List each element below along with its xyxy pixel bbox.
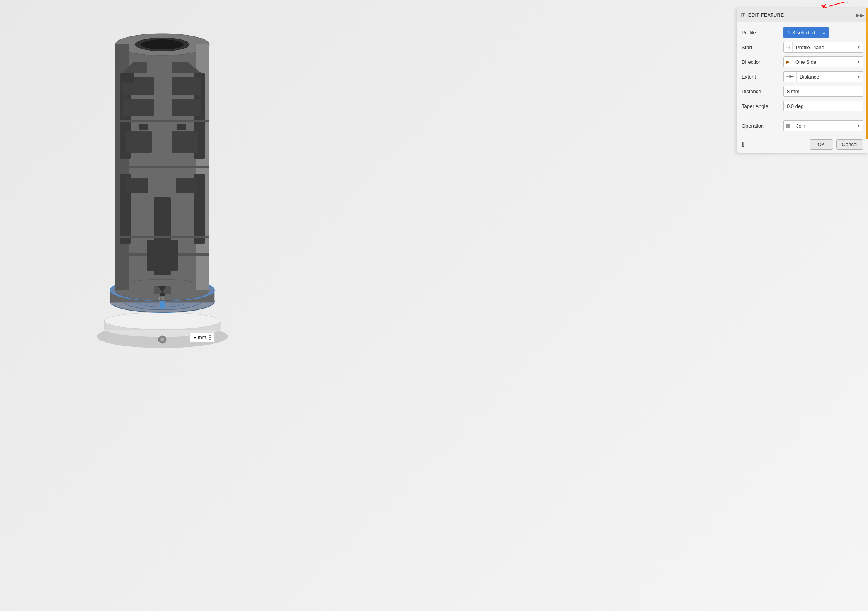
operation-icon: ▦ bbox=[784, 121, 793, 131]
cancel-button[interactable]: Cancel bbox=[836, 139, 863, 150]
start-arrow-icon: ▼ bbox=[854, 45, 863, 49]
direction-icon: ▶ bbox=[784, 57, 792, 67]
dimension-menu[interactable] bbox=[209, 335, 211, 340]
svg-rect-38 bbox=[115, 120, 209, 122]
direction-row: Direction ▶ One Side ▼ bbox=[737, 55, 868, 69]
viewport: ✕ —— bbox=[0, 0, 868, 611]
taper-angle-control bbox=[783, 101, 863, 111]
profile-clear-button[interactable]: × bbox=[819, 27, 829, 38]
extent-row: Extent ⊣⊢ Distance ▼ bbox=[737, 69, 868, 84]
profile-selected-button[interactable]: ↖ 3 selected bbox=[783, 27, 819, 38]
start-dropdown[interactable]: ⊣ Profile Plane ▼ bbox=[783, 42, 863, 53]
direction-arrow-icon: ▼ bbox=[854, 60, 863, 64]
operation-value: Join bbox=[793, 123, 854, 129]
svg-point-3 bbox=[104, 312, 220, 329]
svg-rect-26 bbox=[123, 99, 154, 116]
svg-rect-29 bbox=[126, 131, 152, 153]
distance-label: Distance bbox=[742, 89, 780, 94]
extent-icon: ⊣⊢ bbox=[784, 72, 797, 82]
ok-button[interactable]: OK bbox=[810, 139, 833, 150]
panel-body: Profile ↖ 3 selected × Start ⊣ bbox=[737, 22, 868, 136]
operation-dropdown[interactable]: ▦ Join ▼ bbox=[783, 120, 863, 131]
svg-rect-36 bbox=[139, 124, 148, 130]
operation-row: Operation ▦ Join ▼ bbox=[737, 118, 868, 133]
svg-rect-37 bbox=[177, 124, 186, 130]
side-accent-bar bbox=[866, 8, 868, 139]
direction-value: One Side bbox=[792, 59, 854, 65]
taper-angle-row: Taper Angle bbox=[737, 99, 868, 113]
model-3d: 840 bbox=[58, 12, 271, 360]
direction-dropdown[interactable]: ▶ One Side ▼ bbox=[783, 56, 863, 67]
start-value: Profile Plane bbox=[793, 44, 854, 50]
svg-rect-28 bbox=[172, 99, 201, 116]
extent-arrow-icon: ▼ bbox=[854, 75, 863, 79]
svg-rect-32 bbox=[176, 178, 198, 193]
direction-label: Direction bbox=[742, 59, 780, 65]
cursor-icon: ↖ bbox=[787, 30, 791, 35]
extent-control: ⊣⊢ Distance ▼ bbox=[783, 71, 863, 82]
edit-feature-panel: ⊞ EDIT FEATURE ▶▶ Profile ↖ 3 selected × bbox=[737, 8, 868, 153]
operation-control: ▦ Join ▼ bbox=[783, 120, 863, 131]
start-row: Start ⊣ Profile Plane ▼ bbox=[737, 40, 868, 55]
svg-rect-31 bbox=[126, 178, 148, 193]
info-button[interactable]: ℹ bbox=[742, 141, 744, 148]
dimension-label: 8 mm bbox=[189, 333, 215, 342]
svg-rect-30 bbox=[172, 131, 198, 153]
distance-input[interactable] bbox=[783, 86, 863, 97]
svg-point-16 bbox=[141, 39, 184, 49]
extent-value: Distance bbox=[797, 74, 854, 80]
svg-point-45 bbox=[160, 338, 164, 341]
operation-label: Operation bbox=[742, 123, 780, 129]
svg-text:840: 840 bbox=[158, 297, 164, 300]
profile-selected-text: 3 selected bbox=[792, 30, 815, 36]
clear-icon: × bbox=[822, 30, 825, 36]
start-icon: ⊣ bbox=[784, 42, 793, 52]
panel-header: ⊞ EDIT FEATURE ▶▶ bbox=[737, 8, 868, 22]
panel-title: EDIT FEATURE bbox=[748, 12, 784, 18]
svg-rect-42 bbox=[147, 240, 178, 271]
taper-angle-label: Taper Angle bbox=[742, 103, 780, 109]
svg-rect-40 bbox=[115, 236, 209, 238]
operation-arrow-icon: ▼ bbox=[854, 124, 863, 128]
svg-rect-12 bbox=[160, 304, 165, 308]
dimension-value: 8 mm bbox=[194, 335, 206, 340]
svg-rect-39 bbox=[115, 166, 209, 168]
profile-row: Profile ↖ 3 selected × bbox=[737, 25, 868, 40]
distance-control bbox=[783, 86, 863, 97]
drag-handle-icon[interactable]: ⊞ bbox=[741, 11, 746, 19]
panel-header-left: ⊞ EDIT FEATURE bbox=[741, 11, 784, 19]
start-label: Start bbox=[742, 44, 780, 50]
profile-label: Profile bbox=[742, 30, 780, 36]
taper-angle-input[interactable] bbox=[783, 101, 863, 111]
panel-expand-button[interactable]: ▶▶ bbox=[856, 12, 864, 18]
profile-control: ↖ 3 selected × bbox=[783, 27, 863, 38]
panel-footer: ℹ OK Cancel bbox=[737, 136, 868, 153]
extent-label: Extent bbox=[742, 74, 780, 80]
start-control: ⊣ Profile Plane ▼ bbox=[783, 42, 863, 53]
svg-rect-47 bbox=[160, 293, 165, 296]
distance-row: Distance bbox=[737, 84, 868, 99]
svg-rect-27 bbox=[172, 77, 201, 95]
extent-dropdown[interactable]: ⊣⊢ Distance ▼ bbox=[783, 71, 863, 82]
direction-control: ▶ One Side ▼ bbox=[783, 56, 863, 67]
svg-marker-34 bbox=[123, 73, 134, 83]
separator bbox=[737, 116, 868, 116]
